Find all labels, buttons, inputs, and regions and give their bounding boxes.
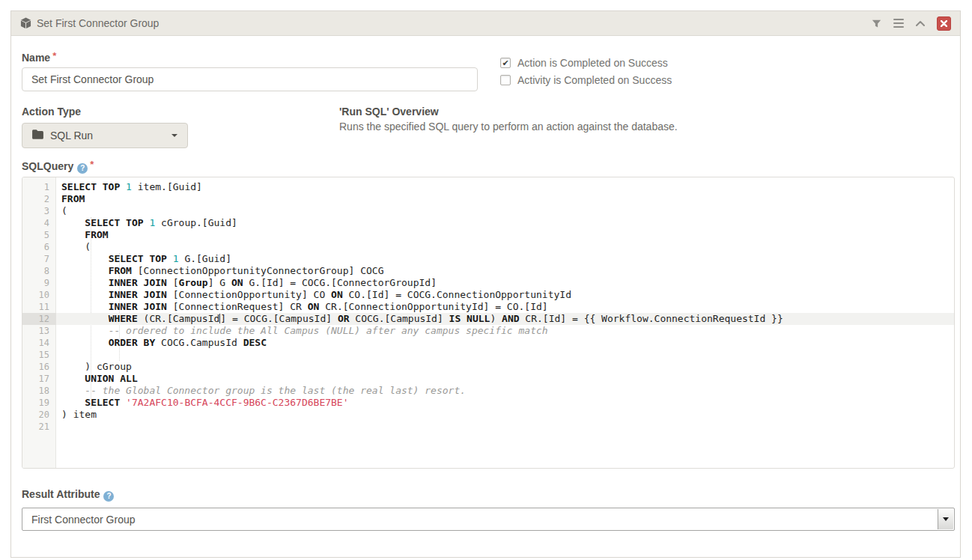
code-text: SELECT TOP 1 G.[Guid]: [56, 253, 231, 265]
chevron-down-icon: [943, 517, 949, 521]
code-text: FROM: [56, 193, 85, 205]
sql-code-editor[interactable]: 1SELECT TOP 1 item.[Guid]2FROM3(4 SELECT…: [22, 177, 955, 469]
code-line[interactable]: 21: [22, 421, 954, 433]
name-input[interactable]: [22, 67, 478, 91]
line-number: 8: [22, 265, 56, 277]
checkbox-group: ✔Action is Completed on SuccessActivity …: [500, 57, 672, 86]
line-number: 4: [22, 217, 56, 229]
sql-query-label: SQLQuery?*: [22, 159, 94, 174]
code-line[interactable]: 16 ) cGroup: [22, 361, 954, 373]
line-number: 21: [22, 421, 56, 433]
result-attribute-select[interactable]: First Connector Group: [22, 508, 955, 531]
select-arrow-button[interactable]: [938, 509, 953, 529]
line-number: 20: [22, 409, 56, 421]
line-number: 6: [22, 241, 56, 253]
code-text: -- ordered to include the All Campus (NU…: [56, 325, 548, 337]
code-line[interactable]: 18 -- the Global Connector group is the …: [22, 385, 954, 397]
help-icon[interactable]: ?: [103, 491, 114, 502]
action-panel: Set First Connector Group Name* ✔Action …: [10, 10, 961, 558]
code-line[interactable]: 20) item: [22, 409, 954, 421]
code-text: INNER JOIN [ConnectionRequest] CR ON CR.…: [56, 301, 548, 313]
code-line[interactable]: 4 SELECT TOP 1 cGroup.[Guid]: [22, 217, 954, 229]
code-text: ) cGroup: [56, 361, 132, 373]
code-line[interactable]: 8 FROM [ConnectionOpportunityConnectorGr…: [22, 265, 954, 277]
line-number: 11: [22, 301, 56, 313]
code-text: FROM: [56, 229, 109, 241]
action-type-dropdown[interactable]: SQL Run: [22, 123, 188, 148]
code-text: INNER JOIN [ConnectionOpportunity] CO ON…: [56, 289, 571, 301]
overview-text: Runs the specified SQL query to perform …: [339, 121, 678, 133]
code-line[interactable]: 19 SELECT '7A2AFC10-BCFA-4CCF-9B6C-C2367…: [22, 397, 954, 409]
line-number: 3: [22, 205, 56, 217]
line-number: 17: [22, 373, 56, 385]
checkbox-label: Action is Completed on Success: [517, 57, 668, 69]
code-text: [56, 349, 61, 361]
line-number: 12: [22, 313, 56, 325]
code-line[interactable]: 13 -- ordered to include the All Campus …: [22, 325, 954, 337]
code-line[interactable]: 9 INNER JOIN [Group] G ON G.[Id] = COCG.…: [22, 277, 954, 289]
panel-body: Name* ✔Action is Completed on SuccessAct…: [11, 36, 960, 558]
code-line[interactable]: 5 FROM: [22, 229, 954, 241]
code-line[interactable]: 10 INNER JOIN [ConnectionOpportunity] CO…: [22, 289, 954, 301]
line-number: 14: [22, 337, 56, 349]
result-attribute-value: First Connector Group: [31, 514, 136, 526]
required-marker: *: [52, 50, 56, 61]
panel-title: Set First Connector Group: [37, 17, 159, 29]
code-line[interactable]: 3(: [22, 205, 954, 217]
action-type-label: Action Type: [22, 106, 81, 118]
folder-icon: [32, 129, 43, 142]
overview-title: 'Run SQL' Overview: [339, 106, 439, 118]
code-line[interactable]: 17 UNION ALL: [22, 373, 954, 385]
code-text: UNION ALL: [56, 373, 138, 385]
code-line[interactable]: 6 (: [22, 241, 954, 253]
line-number: 2: [22, 193, 56, 205]
code-text: WHERE (CR.[CampusId] = COCG.[CampusId] O…: [56, 313, 783, 325]
code-line[interactable]: 14 ORDER BY COCG.CampusId DESC: [22, 337, 954, 349]
code-line[interactable]: 1SELECT TOP 1 item.[Guid]: [22, 181, 954, 193]
filter-icon[interactable]: [872, 19, 881, 28]
code-line[interactable]: 2FROM: [22, 193, 954, 205]
line-number: 1: [22, 181, 56, 193]
cube-icon: [20, 17, 31, 29]
line-number: 19: [22, 397, 56, 409]
chevron-up-icon[interactable]: [916, 20, 925, 26]
code-line[interactable]: 11 INNER JOIN [ConnectionRequest] CR ON …: [22, 301, 954, 313]
checkbox-1[interactable]: Activity is Completed on Success: [500, 74, 672, 86]
code-text: (: [56, 205, 67, 217]
code-text: ORDER BY COCG.CampusId DESC: [56, 337, 267, 349]
chevron-down-icon: [171, 134, 177, 137]
code-rows: 1SELECT TOP 1 item.[Guid]2FROM3(4 SELECT…: [22, 177, 954, 433]
line-number: 16: [22, 361, 56, 373]
close-button[interactable]: [937, 16, 951, 31]
code-line[interactable]: 12 WHERE (CR.[CampusId] = COCG.[CampusId…: [22, 313, 954, 325]
code-text: SELECT TOP 1 item.[Guid]: [56, 181, 202, 193]
help-icon[interactable]: ?: [77, 163, 88, 174]
code-text: -- the Global Connector group is the las…: [56, 385, 466, 397]
line-number: 10: [22, 289, 56, 301]
code-text: ) item: [56, 409, 97, 421]
name-label: Name*: [22, 50, 56, 64]
code-text: FROM [ConnectionOpportunityConnectorGrou…: [56, 265, 383, 277]
result-attribute-label: Result Attribute?: [22, 488, 114, 502]
panel-heading-actions: [872, 16, 951, 31]
menu-icon[interactable]: [893, 19, 904, 28]
line-number: 15: [22, 349, 56, 361]
checkbox-checked-icon[interactable]: ✔: [500, 58, 511, 68]
checkbox-label: Activity is Completed on Success: [517, 74, 672, 86]
code-text: (: [56, 241, 91, 253]
panel-heading: Set First Connector Group: [11, 11, 960, 36]
line-number: 18: [22, 385, 56, 397]
checkbox-unchecked-icon[interactable]: [500, 75, 511, 85]
line-number: 7: [22, 253, 56, 265]
code-line[interactable]: 15: [22, 349, 954, 361]
checkbox-0[interactable]: ✔Action is Completed on Success: [500, 57, 672, 69]
code-text: [56, 421, 61, 433]
code-text: INNER JOIN [Group] G ON G.[Id] = COCG.[C…: [56, 277, 437, 289]
action-type-value: SQL Run: [50, 130, 93, 141]
code-line[interactable]: 7 SELECT TOP 1 G.[Guid]: [22, 253, 954, 265]
line-number: 5: [22, 229, 56, 241]
required-marker: *: [90, 159, 94, 170]
code-text: SELECT '7A2AFC10-BCFA-4CCF-9B6C-C2367D6B…: [56, 397, 349, 409]
code-text: SELECT TOP 1 cGroup.[Guid]: [56, 217, 237, 229]
line-number: 9: [22, 277, 56, 289]
